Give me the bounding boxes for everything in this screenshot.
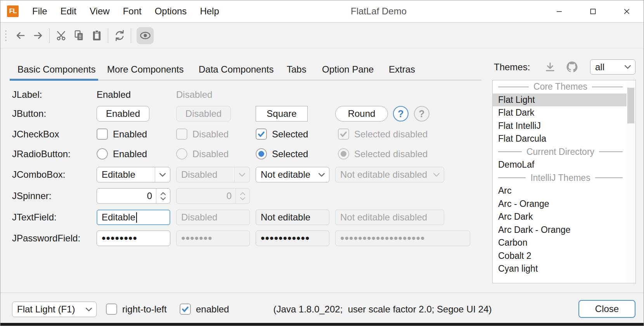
combobox-divider [234, 167, 235, 182]
radio-enabled[interactable]: Enabled [97, 148, 147, 160]
square-button[interactable]: Square [256, 106, 308, 121]
checkbox-box [106, 303, 117, 315]
checkbox-box [97, 128, 108, 140]
checkbox-enabled[interactable]: Enabled [97, 128, 147, 140]
spinner-buttons[interactable] [156, 189, 170, 203]
menu-edit[interactable]: Edit [54, 0, 83, 22]
checkbox-selected[interactable]: Selected [256, 128, 308, 140]
chevron-down-icon [433, 173, 440, 177]
checkbox-disabled: Disabled [176, 128, 229, 140]
theme-filter-combobox[interactable]: all [590, 59, 635, 75]
minimize-button[interactable] [542, 0, 576, 22]
tab-basic-components[interactable]: Basic Components [17, 59, 95, 79]
close-window-button[interactable] [610, 0, 644, 22]
menu-file[interactable]: File [26, 0, 54, 22]
themes-list[interactable]: Core Themes Flat Light Flat Dark Flat In… [492, 80, 636, 283]
minimize-icon [556, 9, 562, 14]
theme-item-arc-dark-orange[interactable]: Arc Dark - Orange [493, 224, 627, 237]
theme-item-cyan-light[interactable]: Cyan light [493, 262, 627, 276]
refresh-button[interactable] [111, 27, 128, 44]
radio-circle [176, 148, 187, 160]
chevron-down-icon [161, 197, 166, 200]
enabled-checkbox[interactable]: enabled [180, 303, 229, 315]
textfield-editable[interactable]: Editable [97, 210, 170, 225]
menu-options[interactable]: Options [148, 0, 194, 22]
close-button[interactable]: Close [578, 300, 635, 318]
separator-line [498, 177, 526, 178]
close-icon [624, 9, 630, 14]
app-window: FL File Edit View Font Options Help Flat… [0, 0, 644, 326]
menu-font[interactable]: Font [116, 0, 148, 22]
textfield-value: Not editable [261, 212, 310, 223]
spinner-value: 0 [97, 191, 156, 201]
round-button[interactable]: Round [335, 106, 388, 121]
theme-item-arc-orange[interactable]: Arc - Orange [493, 198, 627, 211]
tab-tabs[interactable]: Tabs [287, 59, 306, 79]
theme-item-carbon[interactable]: Carbon [493, 236, 627, 250]
passwordfield-editable[interactable]: •••••••• [97, 231, 170, 246]
radio-label: Disabled [192, 149, 229, 160]
theme-item-arc-dark[interactable]: Arc Dark [493, 210, 627, 224]
spinner-buttons [235, 189, 249, 203]
show-preview-toggle[interactable] [137, 27, 154, 44]
themes-list-rows: Core Themes Flat Light Flat Dark Flat In… [493, 80, 627, 276]
theme-item-flat-dark[interactable]: Flat Dark [493, 106, 627, 120]
right-to-left-checkbox[interactable]: right-to-left [106, 303, 167, 315]
theme-filter-value: all [595, 62, 604, 73]
combobox-value: Disabled [181, 169, 217, 180]
toolbar-grip[interactable] [4, 30, 7, 42]
window-bottom-edge [0, 323, 644, 326]
theme-item-flat-light[interactable]: Flat Light [493, 94, 627, 107]
theme-item-demolaf[interactable]: DemoLaf [493, 158, 627, 172]
combobox-not-editable[interactable]: Not editable [256, 167, 329, 182]
jlabel-enabled: Enabled [97, 88, 131, 101]
toolbar [0, 23, 644, 49]
github-button[interactable] [566, 61, 578, 73]
theme-item-arc[interactable]: Arc [493, 184, 627, 198]
theme-item-flat-intellij[interactable]: Flat IntelliJ [493, 120, 627, 133]
theme-separator: Core Themes [493, 80, 627, 94]
maximize-icon [590, 9, 596, 14]
cut-button[interactable] [52, 27, 70, 44]
menu-view[interactable]: View [83, 0, 116, 22]
help-button[interactable]: ? [393, 106, 409, 121]
tab-data-components[interactable]: Data Components [199, 59, 274, 79]
paste-button[interactable] [88, 27, 106, 44]
passwordfield-not-editable-disabled: ••••••••••••••••••• [335, 231, 470, 246]
download-icon [544, 62, 556, 73]
themes-scrollbar-thumb[interactable] [627, 88, 634, 123]
checkbox-selected-disabled: Selected disabled [338, 128, 428, 140]
spinner-enabled[interactable]: 0 [97, 188, 170, 204]
combobox-editable[interactable]: Editable [97, 167, 170, 182]
back-button[interactable] [11, 27, 29, 44]
download-theme-button[interactable] [544, 62, 556, 73]
forward-button[interactable] [29, 27, 47, 44]
themes-scrollbar[interactable] [627, 81, 635, 283]
radio-circle [256, 148, 267, 160]
checkbox-box [256, 128, 267, 140]
menu-help[interactable]: Help [193, 0, 225, 22]
jcombobox-row-label: JComboBox: [12, 168, 65, 181]
jspinner-row-label: JSpinner: [12, 190, 51, 202]
copy-button[interactable] [70, 27, 88, 44]
jlabel-row-label: JLabel: [12, 88, 42, 101]
maximize-button[interactable] [576, 0, 610, 22]
password-dots: •••••••• [102, 232, 137, 245]
tab-extras[interactable]: Extras [389, 59, 415, 79]
password-dots: ••••••••••• [261, 232, 310, 245]
jcheckbox-row-label: JCheckBox [12, 128, 59, 140]
checkbox-label: Disabled [192, 129, 229, 140]
textfield-not-editable[interactable]: Not editable [256, 210, 329, 225]
tab-option-pane[interactable]: Option Pane [322, 59, 374, 79]
laf-combobox[interactable]: Flat Light (F1) [12, 302, 97, 317]
tab-more-components[interactable]: More Components [107, 59, 184, 79]
passwordfield-not-editable[interactable]: ••••••••••• [256, 231, 329, 246]
theme-item-cobalt-2[interactable]: Cobalt 2 [493, 250, 627, 263]
checkbox-label: Enabled [113, 129, 147, 140]
disabled-button: Disabled [176, 106, 231, 121]
theme-item-flat-darcula[interactable]: Flat Darcula [493, 132, 627, 146]
radio-selected[interactable]: Selected [256, 148, 308, 160]
chevron-up-icon [161, 192, 166, 195]
combobox-value: Not editable [261, 169, 310, 180]
enabled-button[interactable]: Enabled [97, 106, 149, 121]
